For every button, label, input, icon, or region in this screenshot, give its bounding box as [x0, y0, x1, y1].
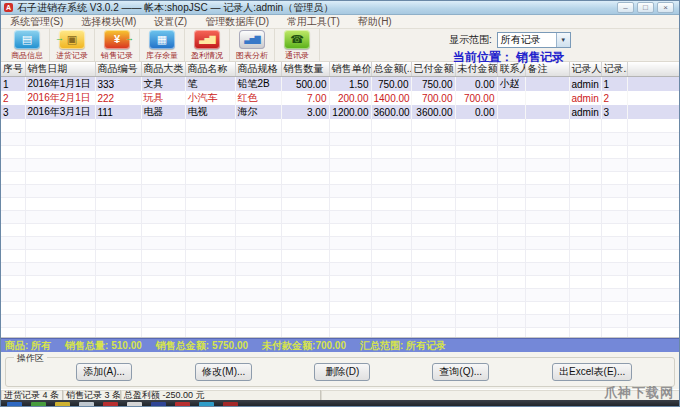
taskbar-item[interactable] — [151, 402, 166, 407]
table-row[interactable] — [1, 262, 679, 275]
action-groupbox: 操作区 添加(A)... 修改(M)... 删除(D) 查询(Q)... 出Ex… — [5, 357, 675, 387]
table-row[interactable] — [1, 184, 679, 197]
col-header[interactable]: 记录... — [601, 62, 627, 77]
add-button[interactable]: 添加(A)... — [76, 363, 132, 381]
taskbar-item[interactable] — [103, 402, 118, 407]
status-purchase-count: 进货记录 4 条 — [1, 390, 63, 400]
profit-status-icon: ▃▅▇ — [194, 30, 220, 49]
table-row[interactable] — [1, 119, 679, 132]
menu-system[interactable]: 系统管理(S) — [1, 15, 72, 29]
table-row[interactable]: 1 2016年1月1日 333 文具 笔 铅笔2B 500.00 1.50 75… — [1, 77, 679, 92]
chevron-down-icon[interactable]: ▼ — [556, 33, 570, 47]
table-row[interactable]: 3 2016年3月1日 111 电器 电视 海尔 3.00 1200.00 36… — [1, 105, 679, 119]
delete-button[interactable]: 删除(D) — [314, 363, 370, 381]
col-header[interactable]: 商品名称 — [185, 62, 235, 77]
table-row[interactable] — [1, 288, 679, 301]
display-scope: 显示范围: 所有记录 ▼ — [449, 32, 571, 48]
cell: 222 — [95, 91, 141, 105]
cell — [497, 91, 525, 105]
maximize-icon[interactable]: □ — [637, 2, 654, 13]
cell: 750.00 — [411, 77, 455, 92]
table-row[interactable] — [1, 327, 679, 338]
col-header[interactable]: 记录人 — [569, 62, 601, 77]
taskbar-item[interactable] — [79, 402, 94, 407]
minimize-icon[interactable]: – — [617, 2, 634, 13]
table-row[interactable] — [1, 314, 679, 327]
cell: 200.00 — [329, 91, 371, 105]
cell: 1 — [1, 77, 25, 92]
chart-analysis-button[interactable]: ▃▅▇ 图表分析 — [230, 29, 275, 61]
menu-database[interactable]: 管理数据库(D) — [196, 15, 278, 29]
summary-bar: 商品: 所有 销售总量: 510.00 销售总金额: 5750.00 未付款金额… — [1, 338, 679, 352]
col-header[interactable]: 商品规格 — [235, 62, 281, 77]
arrow-out-icon: → — [125, 34, 134, 43]
col-header[interactable]: 销售单价 — [329, 62, 371, 77]
query-button[interactable]: 查询(Q)... — [432, 363, 489, 381]
purchase-records-button[interactable]: → ▣ 进货记录 — [50, 29, 95, 61]
window-title: 石子进销存系统 V3.0.2 —— 帐本:shopJSC — 记录人:admin… — [17, 1, 617, 15]
windows-taskbar[interactable] — [1, 400, 679, 407]
summary-total-quantity: 销售总量: 510.00 — [65, 339, 142, 353]
table-row[interactable] — [1, 171, 679, 184]
inventory-stock-button[interactable]: ▦ 库存余量 — [140, 29, 185, 61]
col-header[interactable]: 已付金额 — [411, 62, 455, 77]
table-row[interactable] — [1, 158, 679, 171]
table-row[interactable] — [1, 249, 679, 262]
cell: admin — [569, 91, 601, 105]
table-row[interactable] — [1, 236, 679, 249]
table-row[interactable] — [1, 145, 679, 158]
cell: 3.00 — [281, 105, 329, 119]
status-bar: 进货记录 4 条 销售记录 3 条 总盈利额 -250.00 元 — [1, 389, 679, 400]
col-header[interactable]: 商品编号 — [95, 62, 141, 77]
cell-filler — [627, 105, 679, 119]
taskbar-item[interactable] — [175, 402, 190, 407]
contacts-button[interactable]: ☎ 通讯录 — [275, 29, 320, 61]
col-header[interactable]: 序号 — [1, 62, 25, 77]
col-header[interactable]: 总金额(.. — [371, 62, 411, 77]
taskbar-item[interactable] — [127, 402, 142, 407]
table-row[interactable] — [1, 132, 679, 145]
cell: 700.00 — [411, 91, 455, 105]
cell — [525, 105, 569, 119]
cell-filler — [627, 77, 679, 92]
cell: 小汽车 — [185, 91, 235, 105]
sales-records-button[interactable]: ¥ → 销售记录 — [95, 29, 140, 61]
col-header[interactable]: 销售数量 — [281, 62, 329, 77]
menu-settings[interactable]: 设置(Z) — [145, 15, 196, 29]
taskbar-item[interactable] — [199, 402, 214, 407]
table-row[interactable] — [1, 301, 679, 314]
scope-dropdown[interactable]: 所有记录 ▼ — [497, 32, 571, 48]
table-row[interactable]: 2 2016年2月1日 222 玩具 小汽车 红色 7.00 200.00 14… — [1, 91, 679, 105]
watermark: 爪神下载网 — [604, 384, 674, 402]
table-row[interactable] — [1, 223, 679, 236]
table-row[interactable] — [1, 197, 679, 210]
title-bar: A 石子进销存系统 V3.0.2 —— 帐本:shopJSC — 记录人:adm… — [1, 1, 679, 15]
tool-label: 销售记录 — [101, 50, 133, 61]
menu-modules[interactable]: 选择模块(M) — [72, 15, 145, 29]
cell: 2 — [601, 91, 627, 105]
cell: 3600.00 — [371, 105, 411, 119]
col-header[interactable]: 商品大类 — [141, 62, 185, 77]
cell: 小赵 — [497, 77, 525, 92]
table-row[interactable] — [1, 275, 679, 288]
taskbar-item[interactable] — [31, 402, 46, 407]
cell: 2 — [1, 91, 25, 105]
taskbar-item[interactable] — [7, 402, 22, 407]
cell: 铅笔2B — [235, 77, 281, 92]
cell: admin — [569, 105, 601, 119]
cell: 3600.00 — [411, 105, 455, 119]
col-header[interactable]: 销售日期 — [25, 62, 95, 77]
menu-tools[interactable]: 常用工具(T) — [278, 15, 349, 29]
close-icon[interactable]: × — [657, 2, 674, 13]
table-row[interactable] — [1, 210, 679, 223]
edit-button[interactable]: 修改(M)... — [195, 363, 252, 381]
export-excel-button[interactable]: 出Excel表(E)... — [552, 363, 632, 381]
sales-table-body: 1 2016年1月1日 333 文具 笔 铅笔2B 500.00 1.50 75… — [1, 77, 679, 339]
menu-help[interactable]: 帮助(H) — [349, 15, 401, 29]
product-info-button[interactable]: ▤ 商品信息 — [5, 29, 50, 61]
taskbar-item[interactable] — [55, 402, 70, 407]
cell: 500.00 — [281, 77, 329, 92]
profit-status-button[interactable]: ▃▅▇ 盈利情况 — [185, 29, 230, 61]
box-glyph: ▣ — [67, 34, 77, 45]
taskbar-item[interactable] — [223, 402, 238, 407]
